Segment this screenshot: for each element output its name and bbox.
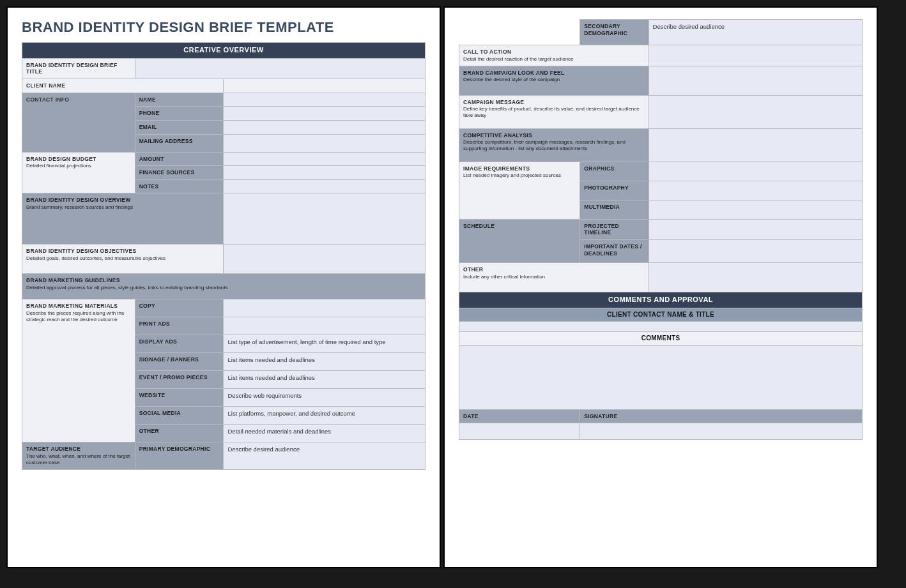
materials-sub: Describe the pieces required along with … [26, 310, 131, 323]
contact-phone-field[interactable] [224, 107, 426, 121]
materials-website-field[interactable]: Describe web requirements [224, 389, 426, 407]
look-label: BRAND CAMPAIGN LOOK AND FEEL Describe th… [459, 66, 649, 95]
brief-title-label: BRAND IDENTITY DESIGN BRIEF TITLE [22, 58, 135, 79]
materials-other-field[interactable]: Detail needed materials and deadlines [224, 425, 426, 442]
contact-email-field[interactable] [224, 120, 426, 134]
creative-overview-table: CREATIVE OVERVIEW BRAND IDENTITY DESIGN … [22, 42, 426, 470]
materials-title: BRAND MARKETING MATERIALS [26, 303, 118, 309]
objectives-title: BRAND IDENTITY DESIGN OBJECTIVES [26, 248, 136, 254]
overview-label: BRAND IDENTITY DESIGN OVERVIEW Brand sum… [22, 193, 224, 245]
schedule-dates-field[interactable] [649, 239, 862, 262]
budget-finance-label: FINANCE SOURCES [135, 166, 224, 180]
client-contact-header: CLIENT CONTACT NAME & TITLE [459, 308, 863, 322]
contact-phone-label: PHONE [135, 107, 224, 121]
materials-display-field[interactable]: List type of advertisement, length of ti… [224, 335, 426, 353]
message-sub: Define key benefits of product, describe… [463, 106, 645, 119]
materials-website-label: WEBSITE [135, 389, 224, 407]
budget-finance-field[interactable] [224, 166, 426, 180]
image-graphics-label: GRAPHICS [580, 162, 649, 181]
materials-copy-field[interactable] [224, 299, 426, 317]
look-sub: Describe the desired style of the campai… [463, 77, 645, 83]
page-2: SECONDARY DEMOGRAPHIC Describe desired a… [443, 6, 878, 568]
budget-title: BRAND DESIGN BUDGET [26, 156, 96, 162]
client-name-field[interactable] [224, 79, 426, 93]
audience-secondary-field[interactable]: Describe desired audience [649, 20, 862, 45]
section-header-comments: COMMENTS AND APPROVAL [459, 292, 863, 308]
image-sub: List needed imagery and projected source… [463, 172, 576, 179]
budget-amount-label: AMOUNT [135, 152, 224, 166]
brief-title-field[interactable] [135, 58, 425, 79]
comments-field[interactable] [459, 345, 863, 409]
overview-sub: Brand summary, research sources and find… [26, 204, 219, 211]
look-field[interactable] [649, 66, 862, 95]
materials-event-label: EVENT / PROMO PIECES [135, 371, 224, 389]
image-multimedia-field[interactable] [649, 200, 862, 219]
guidelines-title: BRAND MARKETING GUIDELINES [26, 277, 120, 283]
audience-secondary-label: SECONDARY DEMOGRAPHIC [580, 20, 649, 45]
budget-notes-label: NOTES [135, 179, 224, 193]
competitive-field[interactable] [649, 128, 862, 162]
objectives-label: BRAND IDENTITY DESIGN OBJECTIVES Detaile… [22, 245, 224, 274]
materials-print-field[interactable] [224, 317, 426, 335]
competitive-label: COMPETITIVE ANALYSIS Describe competitor… [459, 128, 649, 162]
other-title: OTHER [463, 266, 483, 273]
overview-field[interactable] [224, 193, 426, 245]
audience-label-cont [459, 20, 580, 45]
budget-notes-field[interactable] [224, 179, 426, 193]
competitive-title: COMPETITIVE ANALYSIS [463, 132, 532, 139]
document-spread: BRAND IDENTITY DESIGN BRIEF TEMPLATE CRE… [6, 6, 900, 568]
audience-primary-field[interactable]: Describe desired audience [224, 442, 426, 470]
competitive-sub: Describe competitors, their campaign mes… [463, 139, 645, 152]
audience-label: TARGET AUDIENCE The who, what, when, and… [22, 442, 135, 470]
contact-name-label: NAME [135, 93, 224, 107]
image-photo-label: PHOTOGRAPHY [580, 181, 649, 200]
contact-name-field[interactable] [224, 93, 426, 107]
budget-sub: Detailed financial projections [26, 163, 131, 169]
image-label: IMAGE REQUIREMENTS List needed imagery a… [459, 162, 580, 219]
cta-field[interactable] [649, 45, 862, 66]
budget-label: BRAND DESIGN BUDGET Detailed financial p… [22, 152, 135, 193]
schedule-label: SCHEDULE [459, 219, 580, 262]
section-header-creative: CREATIVE OVERVIEW [22, 43, 426, 59]
contact-mailing-label: MAILING ADDRESS [135, 134, 224, 152]
materials-signage-field[interactable]: List items needed and deadlines [224, 353, 426, 371]
page-1: BRAND IDENTITY DESIGN BRIEF TEMPLATE CRE… [6, 6, 441, 568]
image-photo-field[interactable] [649, 181, 862, 200]
client-name-label: CLIENT NAME [22, 79, 224, 93]
materials-display-label: DISPLAY ADS [135, 335, 224, 353]
other-info-label: OTHER Include any other critical informa… [459, 262, 649, 292]
materials-print-label: PRINT ADS [135, 317, 224, 335]
message-field[interactable] [649, 95, 862, 128]
cta-title: CALL TO ACTION [463, 49, 511, 55]
contact-email-label: EMAIL [135, 120, 224, 134]
date-label: DATE [459, 409, 580, 423]
objectives-field[interactable] [224, 245, 426, 274]
audience-sub: The who, what, when, and where of the ta… [26, 453, 131, 466]
objectives-sub: Detailed goals, desired outcomes, and me… [26, 255, 219, 262]
message-title: CAMPAIGN MESSAGE [463, 99, 524, 105]
schedule-timeline-label: PROJECTED TIMELINE [580, 219, 649, 239]
contact-info-label: CONTACT INFO [22, 93, 135, 152]
schedule-dates-label: IMPORTANT DATES / DEADLINES [580, 239, 649, 262]
materials-event-field[interactable]: List items needed and deadlines [224, 371, 426, 389]
comments-header: COMMENTS [459, 332, 863, 346]
image-graphics-field[interactable] [649, 162, 862, 181]
date-field[interactable] [459, 423, 580, 440]
overview-title: BRAND IDENTITY DESIGN OVERVIEW [26, 197, 131, 203]
materials-social-field[interactable]: List platforms, manpower, and desired ou… [224, 407, 426, 425]
contact-mailing-field[interactable] [224, 134, 426, 152]
signature-label: SIGNATURE [580, 409, 863, 423]
client-contact-field[interactable] [459, 322, 863, 332]
cta-label: CALL TO ACTION Detail the desired reacti… [459, 45, 649, 66]
materials-copy-label: COPY [135, 299, 224, 317]
other-field[interactable] [649, 262, 862, 292]
guidelines-label: BRAND MARKETING GUIDELINES Detailed appr… [22, 274, 426, 299]
cta-sub: Detail the desired reaction of the targe… [463, 56, 645, 63]
signature-field[interactable] [580, 423, 863, 440]
budget-amount-field[interactable] [224, 152, 426, 166]
materials-social-label: SOCIAL MEDIA [135, 407, 224, 425]
document-title: BRAND IDENTITY DESIGN BRIEF TEMPLATE [22, 19, 426, 36]
image-title: IMAGE REQUIREMENTS [463, 165, 530, 172]
schedule-timeline-field[interactable] [649, 219, 862, 239]
guidelines-sub: Detailed approval process for all pieces… [26, 285, 421, 291]
